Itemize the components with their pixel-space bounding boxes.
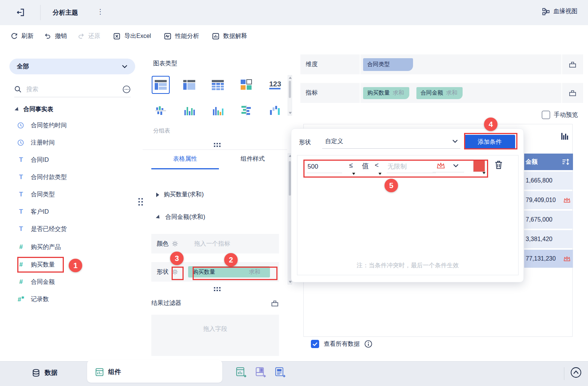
collapse-panel-button[interactable] — [570, 366, 582, 378]
shape-gear-icon[interactable] — [172, 268, 178, 275]
result-filter-drop-area[interactable]: 拖入字段 — [151, 315, 279, 356]
table-row[interactable]: 3,381,420 — [524, 230, 573, 248]
table-row-selected[interactable]: 77,131,230 — [524, 250, 573, 268]
add-layout-component-icon[interactable] — [255, 367, 266, 378]
chart-type-updown-bar[interactable] — [152, 101, 170, 119]
undo-button[interactable]: 撤销 — [44, 32, 67, 40]
field-item[interactable]: 注册时间 — [17, 138, 55, 147]
shape-mode-select[interactable]: 自定义 — [322, 134, 460, 149]
table-tree-header[interactable]: 合同事实表 — [15, 106, 53, 113]
measure-lock-cell[interactable] — [562, 83, 583, 103]
scope-selector[interactable]: 全部 — [9, 59, 135, 74]
data-explain-button[interactable]: 数据解释 — [212, 32, 247, 40]
lineage-icon — [542, 8, 550, 15]
tab-component-card[interactable]: 组件 — [87, 360, 222, 383]
chart-switch-icon[interactable] — [561, 132, 570, 141]
condition-min-input[interactable] — [307, 161, 342, 173]
scroll-down-arrow[interactable] — [289, 281, 292, 283]
dimension-drop-zone[interactable]: 合同类型 — [360, 54, 561, 74]
color-dropdown-icon[interactable] — [482, 172, 485, 174]
sort-icon[interactable] — [562, 158, 570, 165]
field-item[interactable]: 合同签约时间 — [17, 121, 67, 130]
view-all-checkbox[interactable] — [311, 340, 319, 348]
manual-preview-checkbox[interactable] — [542, 111, 550, 119]
config-tabs: 表格属性 组件样式 — [143, 149, 287, 169]
tab-component-style[interactable]: 组件样式 — [219, 155, 286, 163]
refresh-button[interactable]: 刷新 — [11, 32, 33, 40]
shape-style-select[interactable] — [433, 161, 464, 172]
redo-button[interactable]: 还原 — [77, 32, 100, 40]
field-item[interactable]: # 合同金额 — [17, 277, 55, 286]
field-item-purchase-qty[interactable]: # 购买数量 — [17, 260, 55, 269]
section-drag-handle[interactable] — [214, 287, 221, 291]
scroll-up-arrow[interactable] — [289, 77, 292, 79]
chart-type-column[interactable] — [180, 101, 198, 119]
condition-max-input[interactable] — [387, 161, 436, 173]
chart-type-detail-table[interactable] — [180, 76, 198, 94]
tab-data[interactable]: 数据 — [32, 368, 57, 377]
waterfall-chart-icon — [269, 105, 280, 116]
chart-type-kpi-card[interactable] — [237, 76, 255, 94]
min-operator-dropdown-icon[interactable] — [352, 173, 355, 175]
chart-type-multi-column[interactable] — [209, 101, 227, 119]
measure-label: 指标 — [300, 83, 360, 103]
dimension-label: 维度 — [300, 54, 360, 74]
shape-field-pill[interactable]: 购买数量 求和 — [188, 266, 270, 277]
max-operator[interactable]: < — [375, 161, 379, 169]
color-drop-placeholder[interactable]: 拖入一个指标 — [194, 240, 230, 248]
min-operator[interactable]: ≤ — [349, 161, 353, 169]
chart-type-kpi-number[interactable]: 123 — [266, 76, 284, 94]
section-drag-handle[interactable] — [214, 143, 221, 147]
field-item[interactable]: T 是否已经交货 — [17, 225, 67, 234]
chart-type-bidirectional-bar[interactable] — [237, 101, 255, 119]
field-item[interactable]: #✱ 记录数 — [17, 295, 49, 304]
trash-icon[interactable] — [494, 160, 503, 170]
table-row[interactable]: 1,665,800 — [524, 172, 573, 190]
lock-icon[interactable] — [271, 300, 279, 307]
manual-preview-toggle[interactable]: 手动预览 — [542, 111, 578, 119]
tab-component[interactable]: 组件 — [95, 368, 121, 376]
dimension-pill[interactable]: 合同类型 — [363, 58, 413, 71]
export-excel-button[interactable]: 导出Excel — [113, 32, 151, 40]
field-item[interactable]: T 合同付款类型 — [17, 173, 67, 182]
field-item[interactable]: T 客户ID — [17, 207, 49, 216]
table-row[interactable]: 7,675,000 — [524, 211, 573, 229]
field-item[interactable]: T 合同ID — [17, 155, 49, 164]
back-button[interactable] — [16, 8, 26, 17]
tab-table-properties[interactable]: 表格属性 — [151, 155, 219, 163]
add-condition-button[interactable]: 添加条件 — [464, 135, 515, 149]
scroll-down-arrow[interactable] — [289, 112, 292, 114]
field-item[interactable]: # 购买的产品 — [17, 243, 61, 252]
aggregate-item-qty[interactable]: 购买数量(求和) — [156, 191, 204, 199]
chart-type-group-table[interactable] — [152, 76, 170, 94]
chart-type-cross-table[interactable] — [209, 76, 227, 94]
search-input[interactable] — [26, 86, 102, 93]
measure-pill-amount[interactable]: 合同金额 求和 — [416, 87, 463, 99]
add-doc-component-icon[interactable] — [275, 367, 285, 378]
info-icon[interactable] — [364, 340, 372, 348]
more-options-icon[interactable] — [122, 85, 131, 93]
measure-pill-qty[interactable]: 购买数量 求和 — [363, 87, 409, 99]
bottombar: 数据 组件 — [0, 361, 588, 386]
text-field-icon: T — [17, 191, 25, 198]
panel-drag-handle[interactable] — [139, 198, 143, 206]
aggregate-item-amount[interactable]: 合同金额(求和) — [156, 213, 205, 221]
number-field-icon: # — [17, 278, 25, 286]
dimension-lock-cell[interactable] — [562, 54, 583, 74]
field-item[interactable]: T 合同类型 — [17, 190, 55, 199]
condition-color-swatch[interactable] — [473, 160, 485, 172]
lineage-view-button[interactable]: 血缘视图 — [542, 8, 577, 15]
max-operator-dropdown-icon[interactable] — [378, 173, 381, 175]
chart-grid-scrollbar[interactable] — [288, 75, 292, 116]
title-more-button[interactable]: ⋮ — [97, 8, 104, 16]
performance-analysis-button[interactable]: 性能分析 — [164, 32, 199, 40]
scrollbar-thumb[interactable] — [289, 81, 291, 98]
table-row[interactable]: 79,409,010 — [524, 191, 573, 209]
view-all-data-toggle[interactable]: 查看所有数据 — [311, 340, 372, 348]
chart-type-waterfall[interactable] — [266, 101, 284, 119]
table-column-header[interactable]: 金额 — [524, 154, 573, 170]
measure-drop-zone[interactable]: 购买数量 求和 合同金额 求和 — [360, 83, 561, 103]
chevron-down-icon[interactable] — [453, 164, 459, 167]
color-gear-icon[interactable] — [172, 240, 178, 247]
add-chart-component-icon[interactable] — [236, 367, 246, 378]
